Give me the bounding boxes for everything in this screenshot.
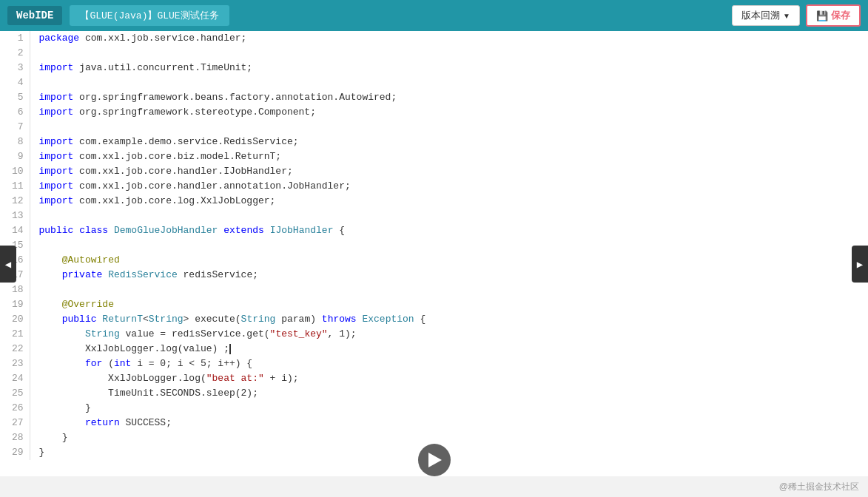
table-row: 6import org.springframework.stereotype.C… [0,105,868,120]
table-row: 8import com.example.demo.service.RedisSe… [0,135,868,149]
line-content: return SUCCESS; [30,416,868,430]
line-content [30,120,868,135]
line-number: 26 [0,401,30,416]
table-row: 23 for (int i = 0; i < 5; i++) { [0,356,868,371]
line-number: 9 [0,149,30,164]
line-content: XxlJobLogger.log("beat at:" + i); [30,371,868,386]
line-number: 27 [0,416,30,430]
line-number: 7 [0,120,30,135]
line-content: public class DemoGlueJobHandler extends … [30,223,868,238]
line-content: import com.example.demo.service.RedisSer… [30,135,868,149]
line-number: 1 [0,31,30,46]
table-row: 19 @Override [0,297,868,312]
line-number: 29 [0,445,30,460]
table-row: 13 [0,209,868,223]
line-number: 3 [0,61,30,75]
bottom-bar: @稀土掘金技术社区 [0,476,868,497]
line-number: 2 [0,46,30,61]
code-editor[interactable]: 1package com.xxl.job.service.handler;2 3… [0,31,868,497]
line-content: TimeUnit.SECONDS.sleep(2); [30,386,868,401]
line-content [30,283,868,297]
table-row: 18 [0,283,868,297]
table-row: 21 String value = redisService.get("test… [0,327,868,342]
line-content: String value = redisService.get("test_ke… [30,327,868,342]
line-number: 6 [0,105,30,120]
table-row: 11import com.xxl.job.core.handler.annota… [0,179,868,194]
table-row: 24 XxlJobLogger.log("beat at:" + i); [0,371,868,386]
editor-container: ◀ 1package com.xxl.job.service.handler;2… [0,31,868,497]
table-row: 5import org.springframework.beans.factor… [0,90,868,105]
line-content: } [30,401,868,416]
table-row: 7 [0,120,868,135]
line-number: 23 [0,356,30,371]
save-button[interactable]: 💾 保存 [806,4,861,27]
line-number: 12 [0,194,30,209]
line-content: @Autowired [30,253,868,268]
line-content: import org.springframework.beans.factory… [30,90,868,105]
line-number: 22 [0,342,30,356]
line-content: import com.xxl.job.core.handler.annotati… [30,179,868,194]
table-row: 27 return SUCCESS; [0,416,868,430]
table-row: 17 private RedisService redisService; [0,268,868,283]
line-content: private RedisService redisService; [30,268,868,283]
line-number: 25 [0,386,30,401]
line-content: XxlJobLogger.log(value) ; [30,342,868,356]
table-row: 14public class DemoGlueJobHandler extend… [0,223,868,238]
table-row: 25 TimeUnit.SECONDS.sleep(2); [0,386,868,401]
line-number: 19 [0,297,30,312]
save-icon: 💾 [816,10,828,21]
glue-task-tab[interactable]: 【GLUE(Java)】GLUE测试任务 [70,5,229,26]
dropdown-arrow-icon: ▼ [783,12,790,20]
version-history-button[interactable]: 版本回溯 ▼ [732,5,800,26]
table-row: 9import com.xxl.job.core.biz.model.Retur… [0,149,868,164]
line-content: for (int i = 0; i < 5; i++) { [30,356,868,371]
webide-logo[interactable]: WebIDE [7,6,62,25]
line-content [30,46,868,61]
right-nav-arrow[interactable]: ▶ [852,246,868,283]
line-number: 11 [0,179,30,194]
table-row: 26 } [0,401,868,416]
watermark: @稀土掘金技术社区 [779,481,859,493]
line-content: import com.xxl.job.core.handler.IJobHand… [30,164,868,179]
table-row: 28 } [0,430,868,445]
table-row: 15 [0,238,868,253]
table-row: 3import java.util.concurrent.TimeUnit; [0,61,868,75]
line-content: import com.xxl.job.core.log.XxlJobLogger… [30,194,868,209]
header: WebIDE 【GLUE(Java)】GLUE测试任务 版本回溯 ▼ 💾 保存 [0,0,868,31]
table-row: 1package com.xxl.job.service.handler; [0,31,868,46]
play-button[interactable] [418,444,451,476]
line-content: @Override [30,297,868,312]
table-row: 16 @Autowired [0,253,868,268]
line-number: 8 [0,135,30,149]
line-content [30,75,868,90]
table-row: 20 public ReturnT<String> execute(String… [0,312,868,327]
line-number: 20 [0,312,30,327]
table-row: 22 XxlJobLogger.log(value) ; [0,342,868,356]
text-cursor [229,344,231,354]
line-content [30,209,868,223]
line-number: 10 [0,164,30,179]
line-number: 28 [0,430,30,445]
line-content: import org.springframework.stereotype.Co… [30,105,868,120]
line-content [30,238,868,253]
line-content: package com.xxl.job.service.handler; [30,31,868,46]
line-number: 21 [0,327,30,342]
table-row: 4 [0,75,868,90]
line-number: 18 [0,283,30,297]
table-row: 2 [0,46,868,61]
line-number: 5 [0,90,30,105]
line-number: 24 [0,371,30,386]
line-content: import java.util.concurrent.TimeUnit; [30,61,868,75]
line-content: import com.xxl.job.core.biz.model.Return… [30,149,868,164]
line-number: 13 [0,209,30,223]
header-actions: 版本回溯 ▼ 💾 保存 [732,4,861,27]
table-row: 10import com.xxl.job.core.handler.IJobHa… [0,164,868,179]
line-content: public ReturnT<String> execute(String pa… [30,312,868,327]
left-nav-arrow[interactable]: ◀ [0,246,16,283]
line-number: 4 [0,75,30,90]
table-row: 12import com.xxl.job.core.log.XxlJobLogg… [0,194,868,209]
line-number: 14 [0,223,30,238]
line-content: } [30,430,868,445]
code-table: 1package com.xxl.job.service.handler;2 3… [0,31,868,460]
